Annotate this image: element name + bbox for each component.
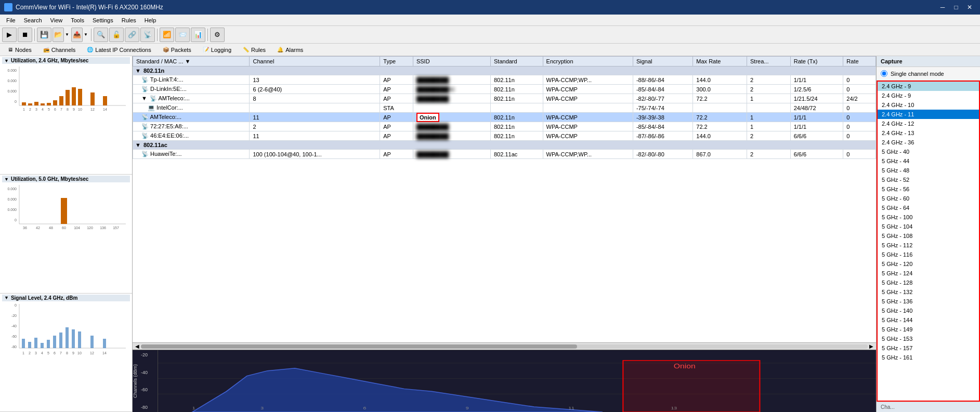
row-expand[interactable]: ▼ [141, 95, 147, 101]
toolbar-export[interactable]: 📤 [71, 28, 83, 42]
channel-item-5-112[interactable]: 5 GHz - 112 [878, 241, 979, 250]
group-80211n-arrow[interactable]: ▼ [135, 68, 141, 74]
toolbar-capture[interactable]: 📶 [160, 28, 174, 42]
table-row[interactable]: 📡 HuaweiTe:... 100 (100-104@40, 100-1...… [133, 150, 876, 159]
chart-5ghz-util-header[interactable]: ▼ Utilization, 5.0 GHz, Mbytes/sec [2, 176, 130, 182]
toolbar-save[interactable]: 💾 [37, 28, 51, 42]
channel-item-5-140[interactable]: 5 GHz - 140 [878, 306, 979, 315]
channel-dropdown[interactable]: 2.4 GHz - 9 2.4 GHz - 9 2.4 GHz - 10 2.4… [877, 81, 980, 402]
channel-item-5-108[interactable]: 5 GHz - 108 [878, 231, 979, 241]
toolbar-monitor[interactable]: 📊 [191, 28, 205, 42]
cell-signal: -39/-39/-38 [633, 113, 692, 122]
col-signal[interactable]: Signal [633, 57, 692, 67]
chart-24ghz-util-header[interactable]: ▼ Utilization, 2.4 GHz, Mbytes/sec [2, 57, 130, 64]
toolbar-open-arrow[interactable]: ▼ [64, 32, 70, 37]
toolbar-stop[interactable]: ⏹ [18, 28, 32, 42]
channel-item-5-104[interactable]: 5 GHz - 104 [878, 222, 979, 231]
menu-file[interactable]: File [2, 16, 20, 24]
col-rate-tx[interactable]: Rate (Tx) [790, 57, 843, 67]
tab-logging[interactable]: 📝 Logging [197, 44, 237, 56]
channel-item-5-48[interactable]: 5 GHz - 48 [878, 166, 979, 175]
channel-item-24-13[interactable]: 2.4 GHz - 13 [878, 128, 979, 138]
col-streams[interactable]: Strea... [747, 57, 791, 67]
channel-item-5-52[interactable]: 5 GHz - 52 [878, 175, 979, 184]
toolbar-start[interactable]: ▶ [2, 28, 17, 42]
col-channel[interactable]: Channel [250, 57, 380, 67]
channel-item-5-124[interactable]: 5 GHz - 124 [878, 269, 979, 278]
table-row[interactable]: 📡 Tp-LinkT:4:... 13 AP ████████ 802.11n … [133, 75, 876, 85]
channel-item-24-9-top[interactable]: 2.4 GHz - 9 [878, 82, 979, 91]
toolbar-inject[interactable]: 📨 [175, 28, 190, 42]
table-row[interactable]: ▼ 📡 AMTeleco:... 8 AP ████████ 802.11n W… [133, 94, 876, 103]
toolbar-ap[interactable]: 📡 [140, 28, 155, 42]
scroll-left[interactable]: ◀ [134, 343, 141, 350]
toolbar-decoder[interactable]: 🔓 [109, 28, 124, 42]
channel-item-5-64[interactable]: 5 GHz - 64 [878, 203, 979, 212]
channel-item-24-10[interactable]: 2.4 GHz - 10 [878, 100, 979, 110]
tab-latest-ip[interactable]: 🌐 Latest IP Connections [81, 44, 156, 56]
table-row[interactable]: 📡 D-LinkIn:5E:... 6 (2-6@40) AP ████████… [133, 85, 876, 94]
channel-item-5-56[interactable]: 5 GHz - 56 [878, 184, 979, 194]
table-row[interactable]: 📡 46:E4:EE:06:... 11 AP ████████ 802.11n… [133, 131, 876, 141]
minimize-button[interactable]: ─ [936, 2, 949, 12]
channel-item-24-36[interactable]: 2.4 GHz - 36 [878, 138, 979, 147]
network-table-container[interactable]: Standard / MAC ... ▼ Channel Type SSID S… [133, 56, 876, 342]
scroll-thumb[interactable] [141, 344, 577, 349]
channel-item-5-60[interactable]: 5 GHz - 60 [878, 194, 979, 203]
table-row-selected[interactable]: 📡 AMTeleco:... 11 AP Onion 802.11n WPA-C… [133, 113, 876, 122]
group-80211ac-arrow[interactable]: ▼ [135, 142, 141, 148]
menu-tools[interactable]: Tools [67, 16, 88, 24]
channel-item-5-136[interactable]: 5 GHz - 136 [878, 297, 979, 306]
col-maxrate[interactable]: Max Rate [693, 57, 747, 67]
cell-mac: 📡 HuaweiTe:... [133, 150, 250, 159]
tab-rules[interactable]: 📏 Rules [237, 44, 271, 56]
scroll-right[interactable]: ▶ [868, 343, 875, 350]
bottom-scrollbar[interactable]: ◀ ▶ [133, 342, 876, 350]
channel-item-5-161[interactable]: 5 GHz - 161 [878, 353, 979, 362]
menu-view[interactable]: View [46, 16, 67, 24]
channel-item-5-116[interactable]: 5 GHz - 116 [878, 250, 979, 259]
channel-item-5-149[interactable]: 5 GHz - 149 [878, 325, 979, 334]
col-mac[interactable]: Standard / MAC ... ▼ [133, 57, 250, 67]
maximize-button[interactable]: □ [950, 2, 962, 12]
chart-signal-header[interactable]: ▼ Signal Level, 2.4 GHz, dBm [2, 295, 130, 301]
channel-item-24-11[interactable]: 2.4 GHz - 11 [878, 110, 979, 119]
col-standard[interactable]: Standard [491, 57, 543, 67]
table-row[interactable]: 💻 IntelCor:... STA -75/-74/-74 24/48/72 … [133, 103, 876, 113]
col-encryption[interactable]: Encryption [543, 57, 633, 67]
scroll-track[interactable] [141, 344, 868, 349]
menu-settings[interactable]: Settings [88, 16, 117, 24]
cell-rate-tx: 1/21.5/24 [790, 94, 843, 103]
channel-item-5-144[interactable]: 5 GHz - 144 [878, 315, 979, 325]
channel-item-5-132[interactable]: 5 GHz - 132 [878, 287, 979, 297]
tab-alarms[interactable]: 🔔 Alarms [271, 44, 309, 56]
channel-item-5-157[interactable]: 5 GHz - 157 [878, 343, 979, 353]
channel-item-5-44[interactable]: 5 GHz - 44 [878, 156, 979, 166]
menu-rules[interactable]: Rules [117, 16, 140, 24]
tab-nodes[interactable]: 🖥 Nodes [2, 44, 37, 56]
channel-item-5-120[interactable]: 5 GHz - 120 [878, 259, 979, 269]
toolbar-open[interactable]: 📂 [53, 28, 64, 42]
single-channel-radio[interactable] [881, 70, 887, 77]
cell-rate-tx: 1/1/1 [790, 75, 843, 85]
close-button[interactable]: ✕ [963, 2, 976, 12]
tab-channels[interactable]: 📻 Channels [37, 44, 81, 56]
col-type[interactable]: Type [380, 57, 413, 67]
col-rate[interactable]: Rate [843, 57, 876, 67]
channel-item-5-128[interactable]: 5 GHz - 128 [878, 278, 979, 287]
channel-label: 5 GHz - 60 [882, 195, 909, 202]
col-ssid[interactable]: SSID [413, 57, 490, 67]
table-row[interactable]: 📡 72:27:E5:A8:... 2 AP ████████ 802.11n … [133, 122, 876, 131]
channel-item-5-153[interactable]: 5 GHz - 153 [878, 334, 979, 343]
tab-packets[interactable]: 📦 Packets [157, 44, 197, 56]
channel-item-24-9[interactable]: 2.4 GHz - 9 [878, 91, 979, 100]
channel-item-24-12[interactable]: 2.4 GHz - 12 [878, 119, 979, 128]
toolbar-reconnect[interactable]: 🔗 [125, 28, 139, 42]
toolbar-settings[interactable]: ⚙ [210, 28, 225, 42]
channel-item-5-40[interactable]: 5 GHz - 40 [878, 147, 979, 156]
channel-item-5-100[interactable]: 5 GHz - 100 [878, 212, 979, 222]
toolbar-export-arrow[interactable]: ▼ [83, 32, 89, 37]
menu-search[interactable]: Search [20, 16, 46, 24]
menu-help[interactable]: Help [140, 16, 161, 24]
toolbar-search[interactable]: 🔍 [94, 28, 108, 42]
